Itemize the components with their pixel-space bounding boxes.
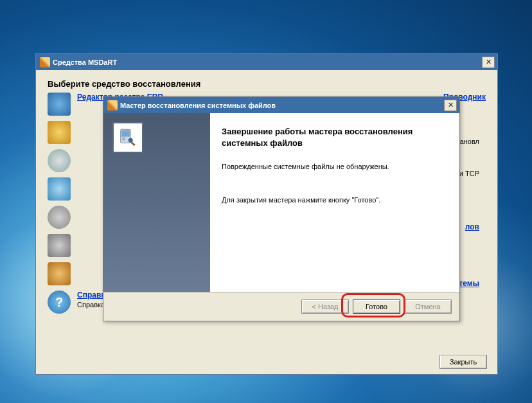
frag-link-1[interactable]: лов [465,222,479,231]
wizard-msg-2: Для закрытия мастера нажмите кнопку "Гот… [222,196,447,204]
close-button[interactable]: Закрыть [439,355,487,369]
msdart-footer: Закрыть [36,350,497,374]
wizard-heading: Завершение работы мастера восстановления… [222,126,447,148]
wizard-close-icon[interactable]: ✕ [444,100,457,111]
wizard-side-icon [112,122,143,153]
frag-text-2: и TCP [459,170,479,177]
sfc-wizard-dialog: Мастер восстановления системных файлов ✕… [103,96,460,321]
wizard-msg-1: Поврежденные системные файлы не обнаруже… [222,163,447,170]
frag-text-1: ановл [460,138,479,145]
wizard-footer: < Назад Готово Отмена [103,292,459,321]
svg-rect-3 [123,139,125,140]
lock-icon [48,121,71,144]
close-icon[interactable]: ✕ [482,57,495,68]
cancel-button[interactable]: Отмена [404,300,452,314]
disk-icon [48,206,71,229]
wizard-side-panel [103,113,210,292]
recycle-icon [48,177,71,201]
msdart-title: Средства MSDaRT [53,58,482,66]
wipe-icon [48,234,71,257]
search-icon [48,149,71,172]
wizard-content: Завершение работы мастера восстановления… [210,113,459,292]
svg-rect-2 [123,138,125,138]
finish-button[interactable]: Готово [353,300,400,314]
msdart-app-icon [40,57,50,67]
help-icon: ? [48,291,71,314]
wizard-body: Завершение работы мастера восстановления… [103,113,459,292]
msdart-titlebar[interactable]: Средства MSDaRT ✕ [36,54,497,70]
repair-icon [48,262,71,285]
wizard-title: Мастер восстановления системных файлов [120,102,444,109]
svg-rect-1 [121,130,130,137]
svg-rect-5 [131,141,136,146]
registry-icon [48,93,71,116]
wizard-titlebar[interactable]: Мастер восстановления системных файлов ✕ [103,97,459,113]
section-heading: Выберите средство восстановления [48,79,486,89]
back-button[interactable]: < Назад [301,300,349,314]
wizard-app-icon [107,100,118,111]
